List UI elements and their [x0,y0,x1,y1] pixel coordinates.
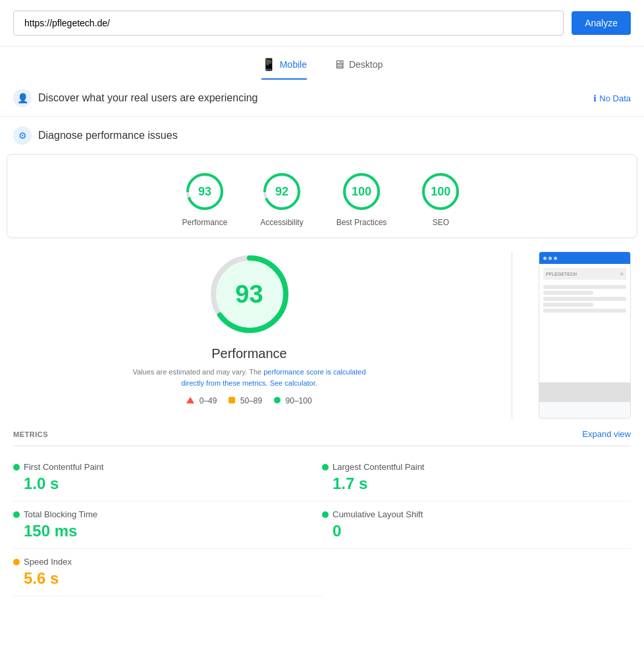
score-circle: 93 [184,170,226,213]
legend-fail: 0–49 [186,396,217,405]
fail-range: 0–49 [200,396,217,405]
content-line-2 [543,291,593,295]
score-item-seo[interactable]: 100 SEO [419,170,462,227]
metric-name: First Contentful Paint [24,462,103,472]
metric-item: Speed Index 5.6 s [13,549,322,596]
score-circle: 92 [261,170,303,213]
score-value: 100 [431,185,450,199]
diagnose-section: ⚙ Diagnose performance issues [0,117,644,154]
browser-dot-2 [549,257,552,260]
metric-status-dot [322,511,329,518]
calculator-link[interactable]: See calculator. [270,379,317,387]
metric-label-row: First Contentful Paint [13,462,322,472]
screenshot-content: PFLEGETECH ≡ [539,264,630,382]
metric-item: Total Blocking Time 150 ms [13,501,322,549]
average-square [228,397,235,403]
real-users-title: Discover what your real users are experi… [38,92,257,104]
metric-value: 1.0 s [13,475,322,493]
metric-name: Largest Contentful Paint [333,462,424,472]
legend-row: 0–49 50–89 90–100 [186,396,311,405]
menu-lines-icon: ≡ [620,271,624,277]
tab-desktop-label: Desktop [349,59,383,70]
site-logo-bar: PFLEGETECH ≡ [543,268,626,280]
content-line-4 [543,303,593,307]
score-label: Best Practices [336,218,387,227]
score-item-accessibility[interactable]: 92 Accessibility [260,170,303,227]
perf-detail-left: 93 Performance Values are estimated and … [13,251,485,419]
users-icon: 👤 [13,89,32,107]
metric-value: 0 [322,522,631,540]
metrics-title: METRICS [13,430,48,438]
score-label: SEO [433,218,449,227]
real-users-section: 👤 Discover what your real users are expe… [0,80,644,117]
metric-status-dot [13,464,20,471]
perf-note: Values are estimated and may vary. The p… [131,367,368,388]
metric-item: Cumulative Layout Shift 0 [322,501,631,549]
metric-status-dot [13,559,20,565]
average-range: 50–89 [240,396,262,405]
score-item-best-practices[interactable]: 100 Best Practices [336,170,387,227]
metric-status-dot [13,511,20,518]
analyze-button[interactable]: Analyze [572,11,631,35]
no-data-label: No Data [599,93,631,103]
content-line-5 [543,309,626,313]
metric-label-row: Total Blocking Time [13,509,322,519]
screenshot-thumbnail: PFLEGETECH ≡ [539,251,631,419]
detail-section: 93 Performance Values are estimated and … [0,238,644,419]
big-score-ring: 93 [207,251,292,337]
metric-label-row: Cumulative Layout Shift [322,509,631,519]
content-line-1 [543,285,626,289]
diagnose-icon: ⚙ [13,126,32,145]
info-icon: ℹ [593,93,597,103]
tab-mobile[interactable]: 📱 Mobile [261,57,307,80]
good-dot [274,397,281,403]
tab-mobile-label: Mobile [280,59,307,70]
metric-value: 5.6 s [13,569,322,588]
metric-item: Largest Contentful Paint 1.7 s [322,454,631,501]
metric-item: First Contentful Paint 1.0 s [13,454,322,501]
metrics-section: METRICS Expand view First Contentful Pai… [0,419,644,607]
scores-card: 93 Performance 92 Accessibility 100 Best… [7,154,637,238]
scores-row: 93 Performance 92 Accessibility 100 Best… [7,155,637,238]
score-value: 100 [352,185,371,199]
metrics-grid: First Contentful Paint 1.0 s Largest Con… [13,454,631,596]
metric-value: 1.7 s [322,475,631,493]
browser-dot-1 [543,257,547,260]
legend-average: 50–89 [228,396,262,405]
screenshot-footer [539,382,630,402]
score-item-performance[interactable]: 93 Performance [182,170,228,227]
screenshot-browser-bar [539,252,630,264]
mobile-icon: 📱 [261,57,276,72]
score-label: Performance [182,218,228,227]
score-circle: 100 [419,170,462,213]
no-data-badge[interactable]: ℹ No Data [593,93,631,103]
diagnose-title: Diagnose performance issues [38,130,178,141]
vertical-divider [512,251,512,419]
expand-view-button[interactable]: Expand view [582,429,631,439]
fail-triangle [186,397,194,403]
metric-label-row: Largest Contentful Paint [322,462,631,472]
browser-dot-3 [554,257,557,260]
score-label: Accessibility [260,218,303,227]
tab-desktop[interactable]: 🖥 Desktop [333,57,383,80]
legend-good: 90–100 [274,396,311,405]
content-lines [543,285,626,313]
metric-status-dot [322,464,329,471]
good-range: 90–100 [286,396,312,405]
desktop-icon: 🖥 [333,58,345,72]
metric-name: Cumulative Layout Shift [333,509,423,519]
tab-row: 📱 Mobile 🖥 Desktop [0,47,644,80]
content-line-3 [543,297,626,301]
metric-name: Total Blocking Time [24,509,97,519]
metrics-header: METRICS Expand view [13,429,631,446]
score-value: 92 [275,185,288,199]
metric-label-row: Speed Index [13,557,322,567]
url-input[interactable] [13,11,564,36]
perf-detail-title: Performance [211,346,287,361]
score-circle: 100 [340,170,383,213]
big-score-number: 93 [235,280,263,309]
top-bar: Analyze [0,0,644,47]
site-logo-text: PFLEGETECH [546,272,577,276]
metric-name: Speed Index [24,557,72,567]
metric-value: 150 ms [13,522,322,540]
